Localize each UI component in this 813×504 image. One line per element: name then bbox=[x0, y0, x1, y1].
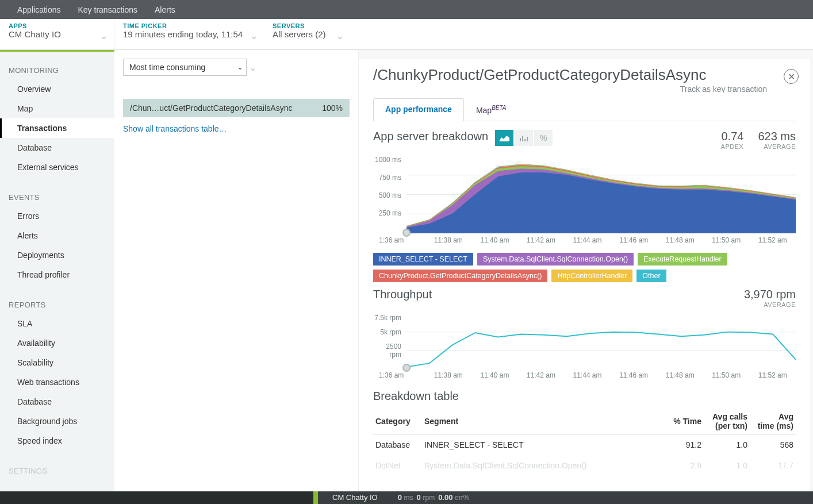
sidebar-item-deployments[interactable]: Deployments bbox=[0, 245, 114, 265]
breakdown-table: Category Segment % Time Avg calls(per tx… bbox=[373, 409, 796, 476]
show-all-link[interactable]: Show all transactions table… bbox=[123, 124, 350, 133]
breakdown-table-title: Breakdown table bbox=[373, 390, 796, 403]
footer-metrics: 0 ms0 rpm0.00 err% bbox=[392, 491, 813, 504]
svg-rect-3 bbox=[527, 137, 528, 141]
transaction-pct: 100% bbox=[322, 103, 343, 113]
transaction-row[interactable]: /Chun…uct/GetProductCategoryDetailsAsync… bbox=[123, 99, 350, 117]
sidebar-item-sla[interactable]: SLA bbox=[0, 314, 114, 333]
sidebar-item-alerts[interactable]: Alerts bbox=[0, 226, 114, 245]
picker-row: APPS CM Chatty IO ⌄ TIME PICKER 19 minut… bbox=[0, 19, 813, 50]
table-row[interactable]: DatabaseINNER_SELECT - SELECT91.21.0568 bbox=[373, 434, 796, 455]
sidebar-item-thread-profiler[interactable]: Thread profiler bbox=[0, 265, 114, 284]
sidebar-item-web-transactions[interactable]: Web transactions bbox=[0, 372, 114, 392]
detail-panel: ✕ /ChunkyProduct/GetProductCategoryDetai… bbox=[359, 59, 810, 491]
tab-map[interactable]: MapBETA bbox=[464, 98, 519, 121]
legend: INNER_SELECT - SELECTSystem.Data.SqlClie… bbox=[373, 253, 796, 282]
servers-picker[interactable]: SERVERS All servers (2) ⌄ bbox=[264, 19, 350, 49]
page-title: /ChunkyProduct/GetProductCategoryDetails… bbox=[373, 63, 796, 86]
tabs: App performance MapBETA bbox=[373, 98, 796, 121]
view-percent-icon[interactable]: % bbox=[534, 130, 553, 146]
svg-rect-2 bbox=[524, 139, 526, 141]
nav-key-transactions[interactable]: Key transactions bbox=[70, 5, 147, 14]
sidebar-section-monitoring: MONITORING bbox=[0, 60, 114, 79]
tab-app-performance[interactable]: App performance bbox=[373, 98, 464, 121]
sidebar-item-background-jobs[interactable]: Background jobs bbox=[0, 411, 114, 431]
throughput-value: 3,970 rpm bbox=[744, 288, 796, 301]
throughput-label: AVERAGE bbox=[744, 301, 796, 308]
legend-item[interactable]: System.Data.SqlClient.SqlConnection.Open… bbox=[477, 253, 634, 266]
sidebar-item-report-database[interactable]: Database bbox=[0, 392, 114, 411]
chevron-down-icon: ⌄ bbox=[336, 29, 344, 42]
throughput-chart: 7.5k rpm5k rpm2500 rpm 1:36 am11:38 am11… bbox=[373, 314, 796, 379]
timeline-handle-icon[interactable] bbox=[402, 364, 411, 372]
sidebar-item-overview[interactable]: Overview bbox=[0, 79, 114, 99]
sidebar-item-transactions[interactable]: Transactions bbox=[0, 118, 114, 138]
chevron-down-icon: ⌄ bbox=[99, 29, 108, 42]
avg-label: AVERAGE bbox=[758, 143, 796, 150]
legend-item[interactable]: HttpControllerHandler bbox=[551, 270, 632, 282]
breakdown-chart: 1000 ms750 ms500 ms250 ms 1:36 am11:38 a… bbox=[373, 156, 796, 244]
table-row[interactable]: DotNetSystem.Data.SqlClient.SqlConnectio… bbox=[373, 455, 796, 476]
sidebar-item-database[interactable]: Database bbox=[0, 138, 114, 157]
sidebar-section-events: EVENTS bbox=[0, 187, 114, 206]
sidebar-item-availability[interactable]: Availability bbox=[0, 333, 114, 353]
avg-value: 623 ms bbox=[758, 130, 796, 143]
sidebar-section-settings: SETTINGS bbox=[0, 461, 114, 480]
legend-item[interactable]: ExecuteRequestHandler bbox=[638, 253, 727, 266]
top-nav: Applications Key transactions Alerts bbox=[0, 0, 813, 19]
legend-item[interactable]: Other bbox=[636, 270, 666, 282]
throughput-title: Throughput bbox=[373, 288, 432, 301]
transactions-list: Most time consuming ⌄ ⌄ /Chun…uct/GetPro… bbox=[114, 50, 359, 491]
nav-applications[interactable]: Applications bbox=[9, 5, 70, 14]
chevron-down-icon[interactable]: ⌄ bbox=[247, 62, 258, 73]
apps-picker[interactable]: APPS CM Chatty IO ⌄ bbox=[0, 19, 114, 49]
sidebar-item-errors[interactable]: Errors bbox=[0, 206, 114, 226]
chevron-down-icon[interactable]: ⌄ bbox=[234, 59, 247, 76]
legend-item[interactable]: INNER_SELECT - SELECT bbox=[373, 253, 473, 266]
time-picker[interactable]: TIME PICKER 19 minutes ending today, 11:… bbox=[114, 19, 264, 49]
transaction-name: /Chun…uct/GetProductCategoryDetailsAsync bbox=[130, 103, 292, 113]
svg-rect-1 bbox=[522, 136, 523, 141]
nav-alerts[interactable]: Alerts bbox=[146, 5, 184, 14]
close-icon[interactable]: ✕ bbox=[784, 69, 799, 84]
track-key-transaction-link[interactable]: Track as key transaction bbox=[373, 84, 796, 93]
sidebar-item-scalability[interactable]: Scalability bbox=[0, 353, 114, 372]
chevron-down-icon: ⌄ bbox=[250, 29, 258, 42]
view-bar-chart-icon[interactable] bbox=[515, 130, 533, 146]
footer-app-name[interactable]: CM Chatty IO bbox=[318, 491, 392, 504]
legend-item[interactable]: ChunkyProduct.GetProductCategoryDetailsA… bbox=[373, 270, 547, 282]
sidebar-item-external-services[interactable]: External services bbox=[0, 157, 114, 177]
apdex-label: APDEX bbox=[721, 143, 744, 150]
sidebar-item-map[interactable]: Map bbox=[0, 99, 114, 118]
sidebar: MONITORING Overview Map Transactions Dat… bbox=[0, 50, 114, 491]
apdex-value: 0.74 bbox=[721, 130, 744, 143]
status-bar: CM Chatty IO 0 ms0 rpm0.00 err% bbox=[0, 491, 813, 504]
view-area-chart-icon[interactable] bbox=[495, 130, 513, 146]
timeline-handle-icon[interactable] bbox=[402, 229, 411, 237]
breakdown-title: App server breakdown bbox=[373, 130, 488, 143]
sort-dropdown[interactable]: Most time consuming ⌄ ⌄ bbox=[123, 59, 258, 76]
sidebar-item-speed-index[interactable]: Speed index bbox=[0, 431, 114, 451]
svg-rect-0 bbox=[520, 138, 521, 141]
sidebar-section-reports: REPORTS bbox=[0, 295, 114, 314]
